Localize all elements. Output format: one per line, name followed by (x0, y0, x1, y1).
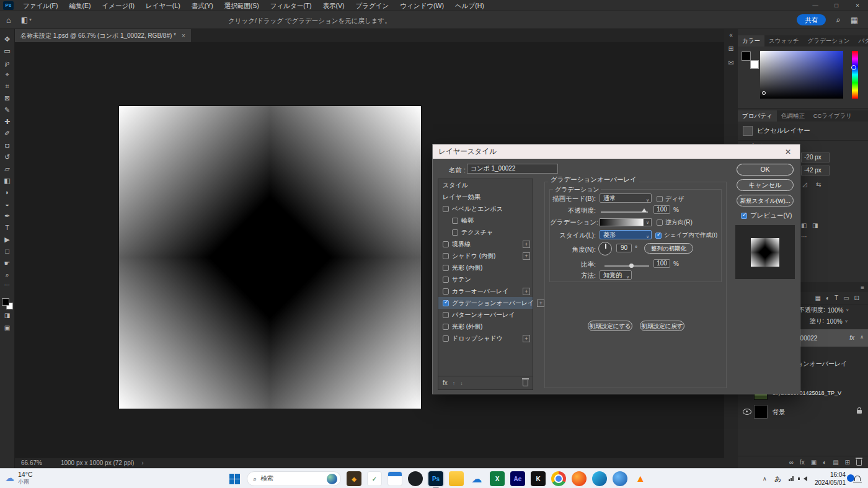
add-effect-icon[interactable]: + (523, 241, 530, 248)
new-style-button[interactable]: 新規スタイル(W)... (737, 195, 794, 206)
move-tool[interactable]: ✥ (0, 33, 14, 45)
menu-file[interactable]: ファイル(F) (17, 0, 63, 11)
menu-filter[interactable]: フィルター(T) (265, 0, 317, 11)
history-brush-tool[interactable]: ↺ (0, 151, 14, 163)
clone-stamp-tool[interactable]: ◘ (0, 140, 14, 151)
start-button[interactable] (228, 472, 241, 486)
foreground-color-swatch[interactable] (742, 51, 751, 61)
add-effect-icon[interactable]: + (523, 252, 530, 260)
tray-chevron-icon[interactable]: ∧ (763, 476, 767, 482)
crop-tool[interactable]: ⌗ (0, 81, 14, 92)
status-chevron-icon[interactable]: › (141, 459, 143, 466)
taskbar-app-firefox[interactable] (572, 471, 587, 486)
add-effect-icon[interactable]: + (537, 299, 544, 307)
tab-color[interactable]: カラー (738, 35, 764, 47)
transform-h-field[interactable]: -42 px (801, 166, 830, 175)
checkbox[interactable] (443, 335, 449, 342)
maximize-button[interactable]: □ (826, 0, 847, 11)
style-item-gradient-overlay[interactable]: グラデーションオーバーレイ+ (438, 297, 533, 309)
angle-value-field[interactable]: 90 (616, 244, 632, 252)
layer-opacity-control[interactable]: 不透明度: 100% ∨ (799, 306, 849, 314)
scale-value-field[interactable]: 100 (653, 259, 670, 268)
ime-indicator[interactable]: あ (774, 474, 781, 484)
share-button[interactable]: 共有 (797, 14, 826, 26)
comments-panel-icon[interactable]: ✉ (724, 59, 738, 67)
layer-fill-control[interactable]: 塗り: 100% ∨ (810, 317, 848, 326)
taskbar-app-blue[interactable] (613, 471, 627, 486)
path-selection-tool[interactable]: ▶ (0, 234, 14, 246)
checkbox[interactable] (443, 241, 449, 247)
style-item-layer-effects[interactable]: レイヤー効果 (438, 191, 533, 203)
filter-type-icon[interactable]: T (835, 295, 838, 301)
taskbar-app-onedrive[interactable]: ☁ (469, 471, 484, 486)
scale-slider[interactable] (604, 265, 649, 267)
dialog-title-bar[interactable]: レイヤースタイル ✕ (433, 144, 800, 159)
checkbox[interactable] (657, 220, 663, 226)
zoom-tool[interactable]: ⌕ (0, 269, 14, 281)
layer-name-field[interactable]: コンポ 1_00022 (467, 164, 558, 174)
zoom-level[interactable]: 66.67% (21, 459, 42, 466)
saturation-brightness-field[interactable] (760, 51, 843, 99)
menu-image[interactable]: イメージ(I) (96, 0, 140, 11)
style-item-inner-glow[interactable]: 光彩 (内側) (438, 262, 533, 273)
workspace-icon[interactable]: ▦ (851, 16, 858, 25)
delete-effect-icon[interactable] (523, 380, 528, 386)
style-item-styles[interactable]: スタイル (438, 179, 533, 191)
layer-thumbnail[interactable] (754, 405, 768, 419)
checkbox-checked[interactable] (655, 233, 662, 239)
weather-widget[interactable]: ☁ 14°C 小雨 (5, 471, 32, 485)
tab-patterns[interactable]: パターン (854, 35, 868, 47)
style-item-stroke[interactable]: 境界線+ (438, 238, 533, 250)
background-color-swatch[interactable] (750, 60, 759, 69)
style-item-satin[interactable]: サテン (438, 273, 533, 285)
clock[interactable]: 16:04 2024/05/01 (815, 471, 846, 487)
checkbox[interactable] (443, 288, 449, 295)
fx-icon[interactable]: fx (443, 379, 448, 386)
preview-checkbox[interactable]: プレビュー(V) (741, 211, 792, 220)
skew-icon[interactable]: ◿ (802, 181, 807, 188)
menu-type[interactable]: 書式(Y) (186, 0, 219, 11)
menu-view[interactable]: 表示(V) (317, 0, 350, 11)
checkbox-checked[interactable] (741, 213, 747, 219)
edit-toolbar-icon[interactable]: ⋯ (4, 281, 11, 291)
checkbox[interactable] (443, 253, 449, 259)
filter-smart-object-icon[interactable]: ⊡ (854, 295, 859, 301)
screen-mode-icon[interactable]: ▣ (0, 322, 14, 334)
style-item-drop-shadow[interactable]: ドロップシャドウ+ (438, 332, 533, 344)
close-button[interactable]: × (847, 0, 868, 11)
filter-adjustment-icon[interactable]: ◐ (826, 295, 830, 301)
style-item-inner-shadow[interactable]: シャドウ (内側)+ (438, 250, 533, 262)
gradient-picker-icon[interactable]: ∨ (644, 218, 652, 226)
taskbar-app-chrome[interactable] (551, 471, 566, 486)
tool-preset-icon[interactable]: ◧ ▾ (21, 16, 32, 24)
move-down-icon[interactable]: ↓ (460, 380, 463, 386)
method-select[interactable]: 知覚的 (600, 270, 632, 280)
checkbox[interactable] (443, 265, 449, 271)
gradient-style-select[interactable]: 菱形 (600, 230, 652, 239)
visibility-eye-icon[interactable] (743, 409, 751, 415)
tab-adjustments[interactable]: 色調補正 (777, 110, 809, 122)
more-options-icon[interactable]: ⋯ (801, 233, 807, 240)
foreground-color-swatch[interactable] (2, 298, 9, 306)
fx-badge[interactable]: fx (849, 334, 854, 341)
eyedropper-tool[interactable]: ✎ (0, 104, 14, 116)
frame-tool[interactable]: ⊠ (0, 92, 14, 104)
layer-mask-icon[interactable]: ▣ (811, 459, 817, 466)
volume-icon[interactable] (801, 476, 807, 481)
color-panel-swatches[interactable] (742, 51, 759, 69)
taskbar-app-aftereffects[interactable]: Ae (510, 471, 525, 486)
checkbox[interactable] (443, 312, 449, 318)
tab-gradients[interactable]: グラデーション (804, 35, 854, 47)
tab-cc-libraries[interactable]: CCライブラリ (809, 110, 856, 122)
taskbar-app-todo[interactable]: ✓ (367, 471, 382, 486)
layer-row-background[interactable]: 背景 (738, 402, 868, 421)
tab-swatches[interactable]: スウォッチ (764, 35, 804, 47)
healing-brush-tool[interactable]: ✚ (0, 116, 14, 128)
libraries-panel-icon[interactable]: ⊞ (724, 45, 738, 53)
taskbar-app-k[interactable]: K (531, 471, 546, 486)
style-item-outer-glow[interactable]: 光彩 (外側) (438, 321, 533, 332)
lasso-tool[interactable]: ℘ (0, 57, 14, 69)
checkbox[interactable] (443, 277, 449, 283)
minimize-button[interactable]: — (805, 0, 826, 11)
align-left-icon[interactable]: ◧ (801, 222, 807, 229)
